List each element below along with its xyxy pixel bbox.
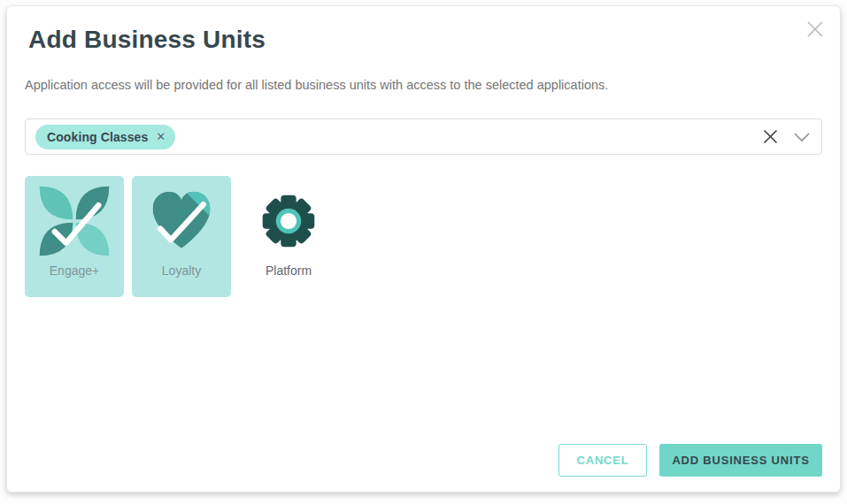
cancel-button[interactable]: CANCEL [558, 444, 647, 477]
chip-label: Cooking Classes [47, 130, 148, 144]
dialog-description: Application access will be provided for … [25, 76, 822, 94]
app-tile-engage[interactable]: Engage+ [25, 176, 124, 297]
gear-icon [252, 185, 325, 257]
app-tile-loyalty[interactable]: Loyalty [132, 176, 231, 297]
leaf-with-checkmark-icon [38, 185, 111, 257]
app-tile-platform[interactable]: Platform [239, 176, 338, 297]
chip-remove-icon[interactable]: ✕ [156, 131, 166, 142]
selected-chip: Cooking Classes ✕ [35, 125, 175, 149]
business-units-select-input[interactable]: Cooking Classes ✕ [25, 118, 822, 155]
app-label: Engage+ [50, 263, 99, 278]
chevron-down-icon[interactable] [791, 130, 812, 144]
add-business-units-button[interactable]: ADD BUSINESS UNITS [659, 444, 822, 477]
clear-icon[interactable] [760, 126, 781, 147]
applications-row: Engage+ Loyalty [25, 176, 822, 297]
app-label: Loyalty [162, 263, 201, 278]
add-business-units-dialog: Add Business Units Application access wi… [6, 5, 841, 493]
dialog-title: Add Business Units [28, 24, 822, 56]
app-label: Platform [266, 263, 312, 278]
dialog-footer: CANCEL ADD BUSINESS UNITS [25, 444, 822, 477]
heart-with-checkmark-icon [145, 185, 218, 257]
close-icon[interactable] [804, 18, 827, 41]
content-spacer [25, 297, 822, 444]
